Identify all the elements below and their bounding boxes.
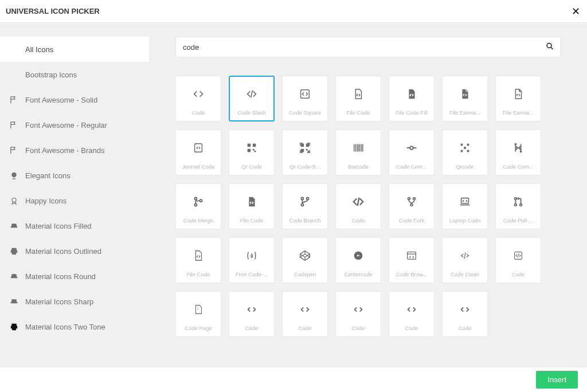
- icon-label: Code: [299, 325, 312, 331]
- icon-card[interactable]: File Earma...: [495, 76, 541, 121]
- code-th2-icon: [299, 301, 311, 318]
- browser-code-icon: [405, 247, 418, 264]
- sidebar-item-label: Font Awesome - Regular: [25, 121, 107, 130]
- file-earmark-outline-icon: [512, 85, 525, 103]
- icon-card[interactable]: Code Com...: [389, 130, 435, 175]
- main: Code Code Slash Code Square File Code Fi…: [149, 24, 587, 367]
- print-icon: [8, 321, 19, 332]
- sidebar-item[interactable]: Material Icons Filled: [0, 213, 149, 238]
- icon-card[interactable]: Code Brow...: [389, 237, 435, 283]
- icon-card[interactable]: Qr Code: [229, 130, 275, 175]
- icon-label: Code: [459, 325, 472, 331]
- icon-label: File Code: [187, 271, 210, 277]
- icon-card[interactable]: Barcode: [335, 130, 381, 175]
- icon-card[interactable]: Centercode: [335, 237, 381, 283]
- icon-label: Code Merge: [183, 217, 213, 224]
- file-code-fill-icon: [405, 85, 418, 103]
- icon-label: Qr Code: [241, 163, 262, 170]
- footer: Insert: [0, 367, 587, 392]
- icon-label: Code Branch: [289, 217, 320, 224]
- journal-code-icon: [192, 139, 205, 156]
- sidebar-item-label: All Icons: [25, 45, 53, 54]
- code-page-icon: [192, 301, 205, 318]
- sidebar-item[interactable]: Font Awesome - Brands: [0, 138, 149, 163]
- code-square-light-icon: [512, 247, 525, 264]
- icon-card[interactable]: Codepen: [282, 237, 328, 283]
- icon-label: Code Com...: [396, 163, 426, 170]
- sidebar-item[interactable]: Font Awesome - Regular: [0, 112, 149, 138]
- sidebar-item-label: Happy Icons: [25, 197, 66, 205]
- icon-card[interactable]: File Earma...: [442, 76, 488, 121]
- sidebar-item-label: Material Icons Filled: [25, 222, 92, 230]
- icon-card[interactable]: Code: [335, 291, 381, 337]
- file-code-lt-icon: [192, 247, 205, 264]
- icon-card[interactable]: Code Fork: [389, 183, 435, 229]
- icon-card[interactable]: File Code-Fill: [389, 76, 435, 121]
- award-icon: [8, 195, 19, 206]
- icon-card[interactable]: Laptop Code: [442, 183, 488, 229]
- icon-label: Code Com...: [503, 163, 533, 170]
- sidebar-item[interactable]: All Icons: [0, 37, 149, 62]
- code-branch-icon: [299, 193, 311, 210]
- icon-card[interactable]: Code: [229, 291, 275, 337]
- sidebar-item[interactable]: Material Icons Two Tone: [0, 314, 149, 339]
- icon-card[interactable]: File Code: [335, 76, 381, 121]
- sidebar-item[interactable]: Material Icons Round: [0, 264, 149, 289]
- icon-card[interactable]: Code: [442, 291, 488, 337]
- icon-card[interactable]: Code: [282, 291, 328, 337]
- icon-card[interactable]: Code: [495, 237, 541, 283]
- icon-card[interactable]: Code Page: [175, 291, 221, 337]
- header: UNIVERSAL ICON PICKER ✕: [0, 0, 587, 23]
- sidebar-item[interactable]: Font Awesome - Solid: [0, 87, 149, 112]
- icon-label: File Earma...: [503, 109, 534, 116]
- code-th-icon: [245, 301, 258, 318]
- sidebar-item[interactable]: Material Icons Outlined: [0, 238, 149, 264]
- sidebar-item-label: Material Icons Two Tone: [25, 323, 105, 331]
- insert-button[interactable]: Insert: [536, 371, 578, 389]
- code-commit-icon: [405, 139, 418, 156]
- chair-icon: [8, 271, 19, 282]
- code-slash-icon: [245, 85, 258, 103]
- search-box[interactable]: [175, 37, 561, 57]
- icon-label: Code Pull-...: [503, 217, 533, 224]
- sidebar-item[interactable]: Material Icons Sharp: [0, 289, 149, 314]
- sidebar-item-label: Bootstrap Icons: [25, 70, 77, 79]
- icon-card[interactable]: Code Square: [282, 76, 328, 121]
- icon-label: Code Page: [185, 325, 212, 331]
- icon-label: Code: [245, 325, 259, 331]
- icon-card[interactable]: Code Pull-...: [495, 183, 541, 229]
- icon-card[interactable]: Code: [335, 183, 381, 229]
- icon-card[interactable]: Code: [389, 291, 435, 337]
- icon-card[interactable]: Code Branch: [282, 183, 328, 229]
- icon-label: Code: [512, 271, 525, 277]
- icon-label: File Code: [347, 109, 370, 116]
- icon-card[interactable]: Code Slash: [229, 76, 275, 121]
- icon-card[interactable]: Code Merge: [175, 183, 221, 229]
- icon-label: Code Clean: [451, 271, 479, 277]
- sidebar-item[interactable]: Elegant Icons: [0, 163, 149, 188]
- file-earmark-fill-icon: [459, 85, 471, 103]
- icon-card[interactable]: Code: [175, 76, 221, 121]
- search-input[interactable]: [183, 43, 537, 52]
- icon-card[interactable]: Qr Code-S...: [282, 130, 328, 175]
- file-code-outline-icon: [352, 85, 365, 103]
- icon-label: Code: [405, 325, 418, 331]
- icon-card[interactable]: Code Clean: [442, 237, 488, 283]
- app-title: UNIVERSAL ICON PICKER: [6, 7, 100, 15]
- icon-card[interactable]: Qrcode: [442, 130, 488, 175]
- icon-card[interactable]: File Code: [229, 183, 275, 229]
- flag-icon: [8, 144, 19, 156]
- code-clean-icon: [459, 247, 471, 264]
- icon-card[interactable]: Free Code-...: [229, 237, 275, 283]
- close-icon[interactable]: ✕: [572, 5, 580, 18]
- code-lt-icon: [192, 85, 205, 103]
- code-fork-icon: [405, 193, 418, 210]
- icon-label: Code: [352, 325, 365, 331]
- icon-card[interactable]: File Code: [175, 237, 221, 283]
- centercode-icon: [352, 247, 365, 264]
- icon-card[interactable]: Journal Code: [175, 130, 221, 175]
- barcode-icon: [352, 139, 365, 156]
- sidebar-item[interactable]: Happy Icons: [0, 188, 149, 213]
- icon-card[interactable]: Code Com...: [495, 130, 541, 175]
- sidebar-item[interactable]: Bootstrap Icons: [0, 62, 149, 87]
